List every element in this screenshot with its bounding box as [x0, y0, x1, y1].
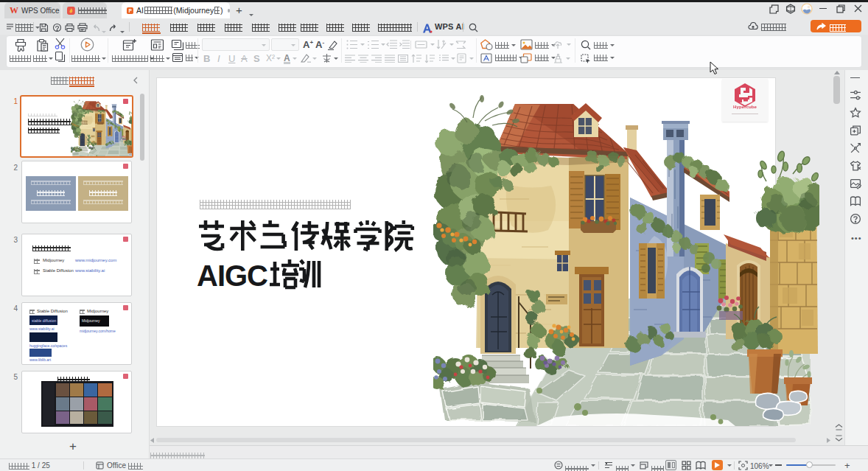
svg-text:AIGC: AIGC	[197, 259, 267, 292]
